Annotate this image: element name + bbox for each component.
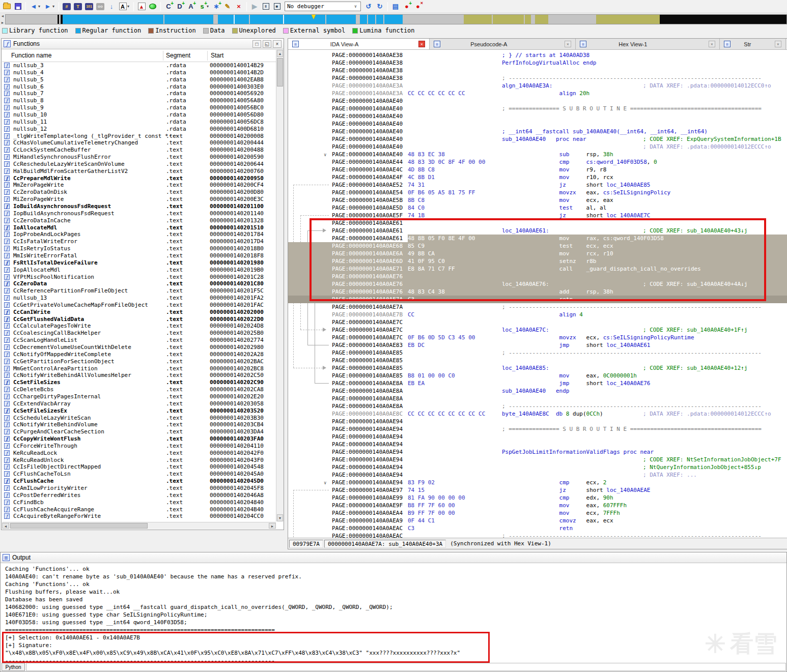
disasm-line[interactable]: PAGE:0000000140A0AE40 — [288, 112, 787, 120]
disasm-line[interactable]: PAGE:0000000140A0AE85loc_140A0AE85:; COD… — [288, 364, 787, 372]
function-name[interactable]: CcIsFatalWriteError — [13, 238, 77, 245]
function-row[interactable]: ƒCcNotifyWriteBehindVolume.text000000014… — [2, 421, 276, 428]
disasm-line[interactable]: PAGE:0000000140A0AE6D41 0F 95 C0 setnz r… — [288, 257, 787, 265]
function-row[interactable]: ƒCcScanLogHandleList.text000000014020277… — [2, 337, 276, 344]
disasm-line[interactable]: PAGE:0000000140A0AEAC; -----------------… — [288, 532, 787, 538]
function-name[interactable]: CcLockSystemCacheBuffer — [13, 147, 91, 153]
function-row[interactable]: ƒnullsub_4.rdata0000000140014B2D — [2, 69, 276, 76]
function-row[interactable]: ƒCcScheduleLazyWriteScan.text00000001402… — [2, 415, 276, 422]
function-row[interactable]: ƒVfPtMiscPoolNotification.text0000000140… — [2, 274, 276, 281]
function-row[interactable]: ƒCcRescheduleLazyWriteScanOnVolume.text0… — [2, 161, 276, 168]
tab-close-icon[interactable]: × — [565, 41, 571, 47]
disasm-line[interactable]: PAGE:0000000140A0AE7C — [288, 318, 787, 326]
function-row[interactable]: ƒIopAllocateMdl.text00000001402019B0 — [2, 267, 276, 274]
disasm-line[interactable]: PAGE:0000000140A0AE94; NtQueryInformatio… — [288, 463, 787, 471]
function-name[interactable]: nullsub_9 — [13, 104, 44, 111]
function-name[interactable]: nullsub_5 — [13, 76, 44, 83]
function-name[interactable]: nullsub_11 — [13, 119, 47, 125]
function-row[interactable]: ƒnullsub_5.rdata000000014002EAB8 — [2, 76, 276, 83]
disasm-line[interactable]: PAGE:0000000140A0AEA4B9 FF 7F 00 00 mov … — [288, 509, 787, 517]
function-row[interactable]: ƒMmZeroPageWrite.text0000000140200CF4 — [2, 182, 276, 189]
make-string-icon[interactable]: s+ — [197, 2, 207, 12]
function-name[interactable]: CcZeroDataOnDisk — [13, 189, 67, 195]
function-row[interactable]: ƒMmIsWriteErrorFatal.text00000001402018F… — [2, 252, 276, 259]
function-row[interactable]: ƒKeRcuReadLock.text00000001402042F0 — [2, 450, 276, 457]
disasm-line[interactable]: PAGE:0000000140A0AE7Cloc_140A0AE7C:; COD… — [288, 326, 787, 334]
function-row[interactable]: ƒCcCoalescingCallBackHelper.text00000001… — [2, 330, 276, 337]
disasm-line[interactable]: PAGE:0000000140A0AE40 — [288, 97, 787, 105]
function-row[interactable]: ƒMiIsRetryIoStatus.text00000001402018B0 — [2, 245, 276, 252]
function-name[interactable]: nullsub_7 — [13, 90, 44, 97]
function-row[interactable]: ƒIopBuildAsynchronousFsdRequest.text0000… — [2, 210, 276, 217]
disasm-line[interactable]: PAGE:0000000140A0AE85B8 01 00 00 C0 mov … — [288, 372, 787, 379]
disasm-line[interactable]: PAGE:0000000140A0AE4C4D 8B C8 mov r9, r8 — [288, 166, 787, 173]
maximize-button[interactable]: □ — [252, 40, 261, 48]
function-name[interactable]: CcZeroDataInCache — [13, 217, 71, 224]
function-row[interactable]: ƒIoBuildAsynchronousFsdRequest.text00000… — [2, 203, 276, 210]
navband-up-icon[interactable]: ◄ — [1, 14, 5, 18]
function-name[interactable]: VfPtMiscPoolNotification — [13, 274, 94, 280]
function-name[interactable]: CcCoalescingCallBackHelper — [13, 330, 101, 336]
function-row[interactable]: ƒCcDecrementVolumeUseCountWithDelete.tex… — [2, 344, 276, 351]
function-row[interactable]: ƒCcPrepareMdlWrite.text0000000140200950 — [2, 175, 276, 182]
disasm-line[interactable]: PAGE:0000000140A0AE7648 83 C4 38 add rsp… — [288, 288, 787, 296]
disasm-line[interactable]: PAGE:0000000140A0AE38PerfInfoLogVirtualA… — [288, 59, 787, 67]
function-name[interactable]: CcForceWriteThrough — [13, 443, 77, 449]
function-row[interactable]: ƒCcNotifyWriteBehindAllVolumesHelper.tex… — [2, 372, 276, 379]
function-name[interactable]: CcFlushCacheAcquireRange — [13, 506, 94, 513]
collapse-chevron-icon[interactable]: ∨ — [324, 152, 326, 157]
function-row[interactable]: ƒCcPostDeferredWrites.text00000001402046… — [2, 492, 276, 499]
column-function-name[interactable]: Function name — [11, 52, 51, 59]
disasm-line[interactable]: PAGE:0000000140A0AE94 — [288, 441, 787, 448]
function-row[interactable]: ƒ_tlgWriteTemplate<long (_tlgProvider_t … — [2, 133, 276, 140]
disasm-line[interactable]: PAGE:0000000140A0AE40; DATA XREF: .pdata… — [288, 143, 787, 151]
function-name[interactable]: CcScheduleLazyWriteScan — [13, 415, 91, 421]
tab-pseudocode-a[interactable]: ≡Pseudocode-A× — [430, 39, 576, 49]
function-row[interactable]: ƒCcSetFileSizesEx.text0000000140203520 — [2, 407, 276, 415]
function-row[interactable]: ƒnullsub_9.rdata0000000140056BC0 — [2, 104, 276, 111]
function-name[interactable]: nullsub_3 — [13, 62, 44, 69]
functions-hscrollbar[interactable]: ◄ ► — [2, 522, 276, 529]
undefine-icon[interactable]: × — [234, 2, 244, 12]
tab-close-icon[interactable]: × — [418, 41, 425, 47]
function-name[interactable]: _tlgWriteTemplate<long (_tlgProvider_t c… — [13, 133, 179, 139]
function-name[interactable]: CcPostDeferredWrites — [13, 492, 80, 499]
debug-stop-icon[interactable]: ■ — [272, 2, 282, 12]
disasm-line[interactable]: PAGE:0000000140A0AE6A49 8B CA mov rcx, r… — [288, 250, 787, 257]
function-row[interactable]: ƒCcPurgeAndClearCacheSection.text0000000… — [2, 428, 276, 435]
function-name[interactable]: CcAcquireByteRangeForWrite — [13, 513, 101, 519]
scroll-up-icon[interactable]: ▲ — [277, 50, 283, 57]
disasm-line[interactable]: PAGE:0000000140A0AE9981 FA 90 00 00 00 c… — [288, 494, 787, 502]
column-start[interactable]: Start — [211, 52, 223, 59]
function-name[interactable]: nullsub_13 — [13, 295, 47, 301]
jump-binary-icon[interactable]: 101 — [84, 2, 94, 12]
function-name[interactable]: CcGetPartitionForSectionObject — [13, 358, 115, 365]
search-again-icon[interactable]: oo — [95, 2, 105, 12]
function-row[interactable]: ƒCcZeroDataInCache.text0000000140201328 — [2, 217, 276, 224]
function-row[interactable]: ƒCcForceWriteThrough.text000000014020411… — [2, 443, 276, 450]
function-row[interactable]: ƒCcReferencePartitionFromFileObject.text… — [2, 287, 276, 295]
disasm-line[interactable]: PAGE:0000000140A0AE8CCC CC CC CC CC CC C… — [288, 410, 787, 418]
function-row[interactable]: ƒCcIsFileObjectDirectMapped.text00000001… — [2, 463, 276, 471]
function-row[interactable]: ƒIoAllocateMdl.text0000000140201510 — [2, 224, 276, 231]
scroll-right-icon[interactable]: ► — [269, 523, 276, 529]
tab-close-icon[interactable]: × — [775, 41, 781, 47]
function-name[interactable]: CcReferencePartitionFromFileObject — [13, 287, 128, 294]
function-name[interactable]: CcFindBcb — [13, 499, 44, 506]
breakpoint-add-icon[interactable]: ●+ — [402, 2, 412, 12]
function-name[interactable]: nullsub_6 — [13, 83, 44, 90]
disasm-line[interactable]: PAGE:0000000140A0AE94; DATA XREF: ... — [288, 471, 787, 479]
function-name[interactable]: MmZeroPageWrite — [13, 182, 64, 188]
chevron-down-icon[interactable]: ▾ — [127, 4, 131, 9]
function-name[interactable]: KeRcuReadLock — [13, 450, 57, 456]
float-button[interactable]: ◱ — [263, 40, 271, 48]
function-row[interactable]: ƒnullsub_11.rdata0000000140056DC8 — [2, 119, 276, 126]
disasm-line[interactable]: PAGE:0000000140A0AE6148 8B 05 F0 8E 4F 0… — [288, 235, 787, 242]
function-name[interactable]: CcPrepareMdlWrite — [13, 175, 71, 182]
disasm-line[interactable]: PAGE:0000000140A0AE85 — [288, 357, 787, 364]
functions-vscrollbar[interactable]: ▲ ▼ — [276, 50, 284, 521]
function-row[interactable]: ƒCcAmILowPriorityWriter.text000000014020… — [2, 485, 276, 492]
function-name[interactable]: MiZeroPageWrite — [13, 196, 64, 202]
disasm-line[interactable]: PAGE:0000000140A0AEA90F 44 C1 cmovz eax,… — [288, 517, 787, 524]
debugger-selector[interactable]: No debugger∨ — [285, 2, 361, 11]
